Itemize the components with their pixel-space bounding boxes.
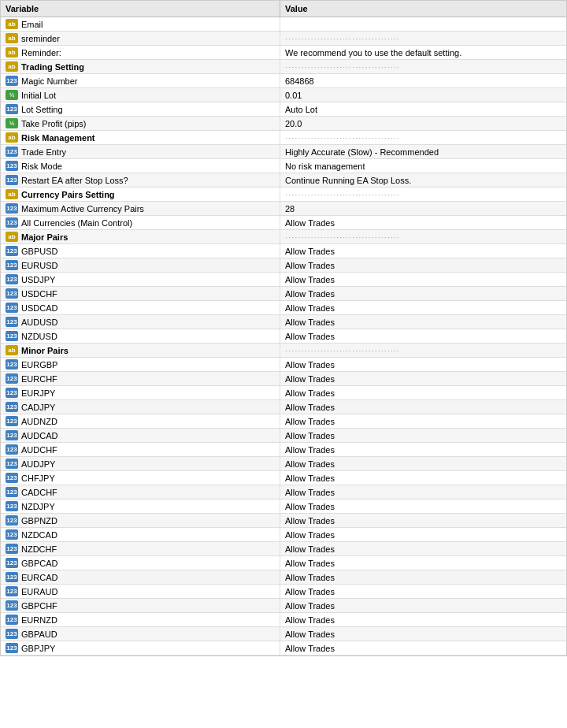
type-badge: 123 (6, 459, 18, 469)
row-value: 28 (280, 202, 566, 215)
row-value: 684868 (280, 74, 566, 87)
row-value: Allow Trades (280, 627, 566, 641)
type-badge: ab (6, 232, 18, 242)
table-row: abMajor Pairs···························… (1, 230, 566, 244)
row-value: Allow Trades (280, 528, 566, 541)
variable-name: NZDUSD (21, 332, 57, 341)
row-variable: abReminder: (1, 46, 280, 59)
dots-value: ···································· (285, 190, 400, 199)
table-row: 123CHFJPYAllow Trades (1, 471, 566, 485)
row-value: ···································· (280, 32, 566, 45)
variable-name: AUDJPY (21, 459, 55, 469)
type-badge: 123 (6, 501, 18, 511)
row-value: 0.01 (280, 88, 566, 102)
row-variable: 123EURGBP (1, 358, 280, 371)
row-variable: 123EURAUD (1, 585, 280, 598)
row-variable: 123All Currencies (Main Control) (1, 216, 280, 229)
row-variable: 123USDCAD (1, 301, 280, 314)
type-badge: ½ (6, 90, 18, 100)
variable-name: CADJPY (21, 403, 55, 412)
table-body: abEmailabsreminder······················… (1, 17, 566, 656)
table-row: 123All Currencies (Main Control)Allow Tr… (1, 216, 566, 230)
row-value: Allow Trades (280, 599, 566, 612)
type-badge: 123 (6, 615, 18, 625)
table-row: 123GBPJPYAllow Trades (1, 641, 566, 656)
type-badge: 123 (6, 104, 18, 114)
variable-name: AUDUSD (21, 318, 57, 327)
table-row: 123USDCADAllow Trades (1, 301, 566, 315)
table-row: ½Take Profit (pips)20.0 (1, 117, 566, 131)
variable-name: EURNZD (21, 615, 57, 625)
row-variable: ½Take Profit (pips) (1, 117, 280, 130)
row-value: We recommend you to use the default sett… (280, 46, 566, 59)
row-value: Allow Trades (280, 216, 566, 229)
variable-name: USDCHF (21, 289, 57, 299)
row-value: ···································· (280, 131, 566, 144)
row-value: Allow Trades (280, 471, 566, 485)
row-value: Allow Trades (280, 542, 566, 555)
row-variable: 123GBPCHF (1, 599, 280, 612)
row-value: ···································· (280, 344, 566, 357)
variable-name: Risk Mode (21, 162, 62, 171)
row-value: ···································· (280, 230, 566, 243)
row-variable: 123AUDNZD (1, 414, 280, 428)
table-row: abTrading Setting·······················… (1, 60, 566, 74)
table-row: 123NZDJPYAllow Trades (1, 500, 566, 514)
variable-name: EURGBP (21, 360, 57, 370)
type-badge: ab (6, 47, 18, 58)
row-value: Allow Trades (280, 570, 566, 584)
table-row: 123NZDCADAllow Trades (1, 528, 566, 542)
variable-name: Major Pairs (21, 232, 68, 242)
type-badge: 123 (6, 303, 18, 313)
row-value: Allow Trades (280, 287, 566, 300)
row-value: Highly Accurate (Slow) - Recommended (280, 145, 566, 158)
variable-name: GBPAUD (21, 630, 57, 639)
table-row: 123GBPCADAllow Trades (1, 556, 566, 570)
row-value: No risk management (280, 159, 566, 173)
table-row: 123NZDUSDAllow Trades (1, 329, 566, 344)
row-variable: 123GBPJPY (1, 641, 280, 655)
type-badge: 123 (6, 487, 18, 497)
table-row: 123EURNZDAllow Trades (1, 613, 566, 627)
row-variable: 123Magic Number (1, 74, 280, 87)
row-variable: 123AUDCAD (1, 429, 280, 442)
variable-name: USDCAD (21, 303, 57, 313)
row-variable: 123Lot Setting (1, 102, 280, 116)
table-row: 123USDJPYAllow Trades (1, 273, 566, 287)
table-row: 123AUDJPYAllow Trades (1, 457, 566, 471)
row-variable: abTrading Setting (1, 60, 280, 73)
variable-name: NZDCAD (21, 530, 57, 540)
type-badge: 123 (6, 558, 18, 568)
table-row: 123USDCHFAllow Trades (1, 287, 566, 301)
type-badge: 123 (6, 274, 18, 284)
row-value: Allow Trades (280, 585, 566, 598)
variable-name: EURUSD (21, 261, 57, 270)
type-badge: 123 (6, 288, 18, 299)
row-variable: absreminder (1, 32, 280, 45)
row-value: 20.0 (280, 117, 566, 130)
row-value: ···································· (280, 188, 566, 201)
type-badge: ab (6, 132, 18, 143)
row-value: Allow Trades (280, 414, 566, 428)
table-row: absreminder·····························… (1, 32, 566, 46)
table-row: 123CADCHFAllow Trades (1, 485, 566, 500)
table-row: 123Magic Number684868 (1, 74, 566, 88)
row-variable: 123AUDJPY (1, 457, 280, 470)
table-row: 123AUDCADAllow Trades (1, 429, 566, 443)
row-variable: 123Trade Entry (1, 145, 280, 158)
variable-name: AUDNZD (21, 417, 57, 426)
row-value: Allow Trades (280, 400, 566, 414)
row-variable: 123GBPUSD (1, 244, 280, 258)
row-variable: abRisk Management (1, 131, 280, 144)
type-badge: 123 (6, 161, 18, 171)
row-variable: 123EURCAD (1, 570, 280, 584)
row-variable: 123NZDJPY (1, 500, 280, 513)
variable-name: GBPNZD (21, 516, 57, 526)
table-row: 123AUDUSDAllow Trades (1, 315, 566, 329)
type-badge: 123 (6, 147, 18, 157)
type-badge: 123 (6, 260, 18, 270)
row-value: Allow Trades (280, 386, 566, 399)
variable-name: GBPCAD (21, 559, 57, 568)
header-variable: Variable (1, 1, 280, 17)
table-row: 123AUDCHFAllow Trades (1, 443, 566, 457)
